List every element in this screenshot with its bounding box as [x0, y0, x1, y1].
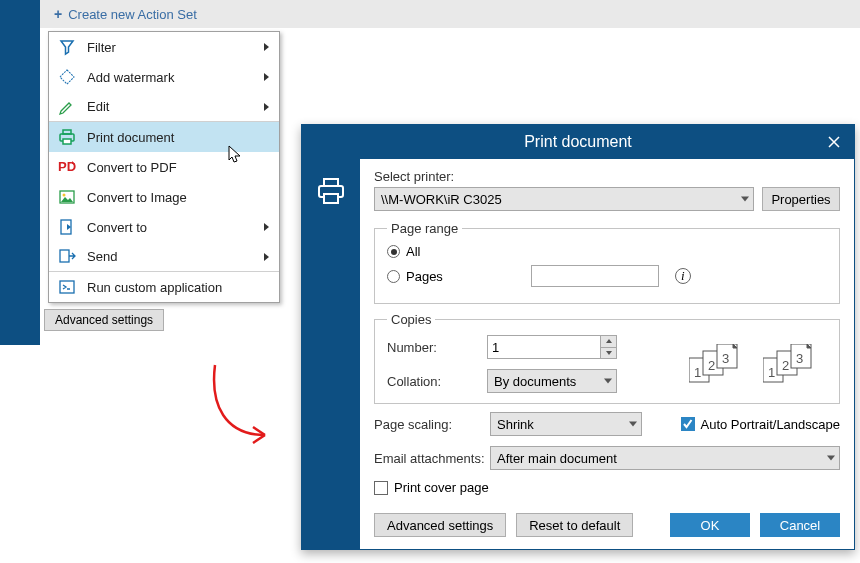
properties-button[interactable]: Properties — [762, 187, 840, 211]
menu-item-label: Run custom application — [87, 280, 269, 295]
menu-item-edit[interactable]: Edit — [49, 92, 279, 122]
svg-rect-8 — [60, 250, 69, 262]
page-range-legend: Page range — [387, 221, 462, 236]
menu-item-label: Add watermark — [87, 70, 264, 85]
chevron-right-icon — [264, 223, 269, 231]
svg-text:3: 3 — [796, 351, 803, 366]
watermark-icon — [55, 65, 79, 89]
collation-value: By documents — [494, 374, 576, 389]
pdf-icon: PDF — [55, 155, 79, 179]
menu-item-label: Convert to PDF — [87, 160, 269, 175]
radio-icon — [387, 270, 400, 283]
collation-select[interactable]: By documents — [487, 369, 617, 393]
auto-pl-label: Auto Portrait/Landscape — [701, 417, 840, 432]
app-sidebar — [0, 0, 40, 345]
svg-rect-2 — [63, 130, 71, 134]
menu-item-send[interactable]: Send — [49, 242, 279, 272]
menu-item-filter[interactable]: Filter — [49, 32, 279, 62]
spinner-up-icon[interactable] — [601, 336, 616, 348]
chevron-right-icon — [264, 43, 269, 51]
advanced-settings-button-background[interactable]: Advanced settings — [44, 309, 164, 331]
chevron-right-icon — [264, 253, 269, 261]
dialog-title: Print document — [302, 133, 854, 151]
checkbox-icon — [374, 481, 388, 495]
spinner-down-icon[interactable] — [601, 348, 616, 359]
menu-item-label: Convert to — [87, 220, 264, 235]
menu-item-convert-pdf[interactable]: PDF Convert to PDF — [49, 152, 279, 182]
svg-text:3: 3 — [722, 351, 729, 366]
run-icon — [55, 275, 79, 299]
page-scaling-value: Shrink — [497, 417, 534, 432]
pages-input[interactable] — [531, 265, 659, 287]
email-attachments-select[interactable]: After main document — [490, 446, 840, 470]
menu-item-label: Edit — [87, 99, 264, 114]
email-attachments-value: After main document — [497, 451, 617, 466]
svg-text:2: 2 — [708, 358, 715, 373]
svg-text:PDF: PDF — [58, 159, 76, 174]
convert-icon — [55, 215, 79, 239]
radio-icon — [387, 245, 400, 258]
svg-rect-11 — [324, 179, 338, 186]
cancel-button[interactable]: Cancel — [760, 513, 840, 537]
print-cover-page-checkbox[interactable]: Print cover page — [374, 480, 840, 495]
copies-number-value: 1 — [492, 340, 499, 355]
svg-rect-0 — [60, 70, 74, 84]
svg-text:2: 2 — [782, 358, 789, 373]
svg-rect-12 — [324, 194, 338, 203]
menu-item-label: Send — [87, 249, 264, 264]
print-icon — [55, 125, 79, 149]
svg-point-6 — [63, 194, 66, 197]
cover-page-label: Print cover page — [394, 480, 489, 495]
annotation-arrow-icon — [195, 360, 285, 460]
create-label: Create new Action Set — [68, 7, 197, 22]
svg-text:1: 1 — [694, 365, 701, 380]
printer-select[interactable]: \\M-WORK\iR C3025 — [374, 187, 754, 211]
dialog-side-icon-bar — [302, 159, 360, 549]
menu-item-label: Filter — [87, 40, 264, 55]
auto-portrait-landscape-checkbox[interactable]: Auto Portrait/Landscape — [681, 417, 840, 432]
print-icon — [316, 177, 346, 205]
filter-icon — [55, 35, 79, 59]
print-document-dialog: Print document Select printer: \\M-WORK\… — [301, 124, 855, 550]
copies-number-spinner[interactable]: 1 — [487, 335, 617, 359]
create-action-set-link[interactable]: + Create new Action Set — [54, 6, 197, 22]
menu-item-run-app[interactable]: Run custom application — [49, 272, 279, 302]
checkbox-icon — [681, 417, 695, 431]
page-scaling-label: Page scaling: — [374, 417, 490, 432]
menu-item-label: Convert to Image — [87, 190, 269, 205]
copies-legend: Copies — [387, 312, 435, 327]
email-attachments-label: Email attachments: — [374, 451, 490, 466]
info-icon[interactable]: i — [675, 268, 691, 284]
chevron-down-icon — [604, 379, 612, 384]
chevron-down-icon — [629, 422, 637, 427]
page-scaling-select[interactable]: Shrink — [490, 412, 642, 436]
radio-pages[interactable]: Pages i — [387, 265, 827, 287]
plus-icon: + — [54, 6, 62, 22]
dialog-titlebar: Print document — [302, 125, 854, 159]
chevron-right-icon — [264, 103, 269, 111]
collation-label: Collation: — [387, 374, 487, 389]
menu-item-convert-to[interactable]: Convert to — [49, 212, 279, 242]
copies-group: Copies Number: 1 123 123 Collation: — [374, 312, 840, 404]
printer-value: \\M-WORK\iR C3025 — [381, 192, 502, 207]
select-printer-label: Select printer: — [374, 169, 754, 184]
menu-item-print-document[interactable]: Print document — [49, 122, 279, 152]
radio-all-label: All — [406, 244, 420, 259]
close-icon[interactable] — [824, 132, 844, 152]
reset-to-default-button[interactable]: Reset to default — [516, 513, 633, 537]
menu-item-label: Print document — [87, 130, 269, 145]
send-icon — [55, 245, 79, 269]
menu-item-watermark[interactable]: Add watermark — [49, 62, 279, 92]
advanced-settings-button[interactable]: Advanced settings — [374, 513, 506, 537]
collation-preview-icon: 123 123 — [617, 344, 827, 384]
toolbar: + Create new Action Set — [40, 0, 860, 28]
menu-item-convert-image[interactable]: Convert to Image — [49, 182, 279, 212]
action-context-menu: Filter Add watermark Edit Print document… — [48, 31, 280, 303]
svg-rect-3 — [63, 139, 71, 144]
chevron-down-icon — [827, 456, 835, 461]
radio-all[interactable]: All — [387, 244, 827, 259]
ok-button[interactable]: OK — [670, 513, 750, 537]
svg-text:1: 1 — [768, 365, 775, 380]
page-range-group: Page range All Pages i — [374, 221, 840, 304]
number-label: Number: — [387, 340, 487, 355]
